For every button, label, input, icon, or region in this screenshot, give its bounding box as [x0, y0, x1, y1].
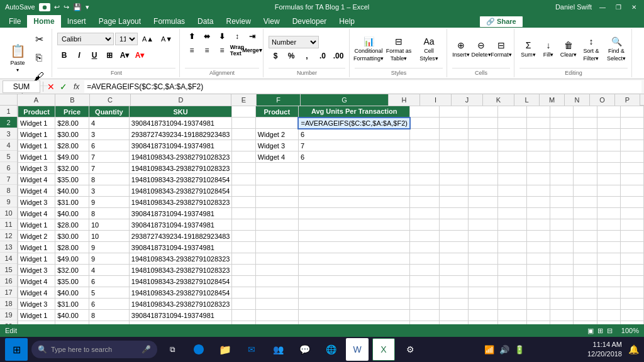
- col-header-J[interactable]: J: [452, 94, 483, 106]
- save-icon[interactable]: 💾: [73, 3, 82, 11]
- cell-G4[interactable]: 7: [298, 140, 409, 151]
- notification-btn[interactable]: 🔔: [628, 344, 639, 354]
- mail-icon[interactable]: ✉: [240, 338, 263, 361]
- cell-O3[interactable]: [597, 129, 620, 140]
- col-header-D[interactable]: D: [131, 94, 231, 106]
- cell-K5[interactable]: [497, 151, 526, 163]
- col-header-E[interactable]: E: [231, 94, 257, 106]
- align-middle-btn[interactable]: ⬌: [200, 30, 214, 43]
- formula-confirm-btn[interactable]: ✓: [58, 82, 69, 92]
- cell-B1[interactable]: Price: [55, 106, 89, 118]
- minimize-btn[interactable]: —: [597, 4, 608, 11]
- paste-btn[interactable]: 📋 Paste ▾: [6, 41, 29, 74]
- cell-L2[interactable]: [526, 118, 550, 129]
- corner-cell[interactable]: [0, 94, 18, 105]
- file-explorer-icon[interactable]: 📁: [214, 338, 236, 361]
- align-bottom-btn[interactable]: ⬇: [215, 30, 229, 43]
- cell-J1[interactable]: [469, 106, 497, 118]
- browser-icon[interactable]: 🌐: [319, 338, 342, 361]
- row-header-8[interactable]: 8: [0, 185, 17, 196]
- cell-F4[interactable]: Widget 3: [255, 140, 298, 151]
- start-btn[interactable]: ⊞: [5, 338, 28, 361]
- row-header-4[interactable]: 4: [0, 140, 17, 151]
- row-header-11[interactable]: 11: [0, 219, 17, 230]
- cell-A2[interactable]: Widget 1: [18, 118, 55, 129]
- sort-filter-btn[interactable]: ↕ Sort & Filter▾: [580, 33, 602, 65]
- cell-C5[interactable]: 7: [89, 151, 129, 163]
- col-header-O[interactable]: O: [590, 94, 615, 106]
- col-header-M[interactable]: M: [540, 94, 565, 106]
- excel-icon[interactable]: X: [372, 338, 395, 361]
- share-button[interactable]: 🔗 Share: [479, 16, 523, 28]
- cell-B4[interactable]: $28.00: [55, 140, 89, 151]
- border-btn[interactable]: ⊞: [103, 49, 116, 62]
- cell-D3[interactable]: 2938727439234-191882923483: [129, 129, 232, 140]
- row-header-2[interactable]: 2: [0, 117, 17, 128]
- bold-btn[interactable]: B: [57, 49, 71, 62]
- teams-icon[interactable]: 👥: [267, 338, 289, 361]
- delete-cells-btn[interactable]: ⊖ Delete▾: [472, 33, 490, 65]
- cell-E4[interactable]: [232, 140, 255, 151]
- cell-B3[interactable]: $30.00: [55, 129, 89, 140]
- quick-access-down[interactable]: ▾: [86, 3, 89, 11]
- col-header-A[interactable]: A: [18, 94, 55, 106]
- tab-help[interactable]: Help: [333, 15, 361, 28]
- currency-btn[interactable]: $: [269, 50, 282, 62]
- spreadsheet-grid[interactable]: Product Price Quantity SKU Product Avg U…: [18, 106, 644, 344]
- underline-btn[interactable]: U: [87, 49, 101, 62]
- col-header-F[interactable]: F: [257, 94, 301, 106]
- row-header-15[interactable]: 15: [0, 264, 17, 275]
- cell-reference-box[interactable]: [3, 80, 40, 93]
- row-header-12[interactable]: 12: [0, 230, 17, 241]
- cell-A4[interactable]: Widget 1: [18, 140, 55, 151]
- align-left-btn[interactable]: ≡: [185, 44, 199, 57]
- increase-font-btn[interactable]: A▲: [139, 30, 157, 48]
- fill-color-btn[interactable]: A▾: [118, 49, 131, 62]
- cell-D4[interactable]: 3908418731094-19374981: [129, 140, 232, 151]
- cell-H2[interactable]: [410, 118, 439, 129]
- number-format-select[interactable]: Number: [269, 36, 319, 48]
- formula-cancel-btn[interactable]: ✕: [46, 82, 56, 92]
- edge-icon[interactable]: [187, 338, 210, 361]
- cell-A3[interactable]: Widget 1: [18, 129, 55, 140]
- format-cells-btn[interactable]: ⊟ Format▾: [492, 33, 510, 65]
- col-header-H[interactable]: H: [389, 94, 420, 106]
- cell-K2[interactable]: [497, 118, 526, 129]
- fill-btn[interactable]: ↓ Fill▾: [540, 33, 557, 65]
- cell-J3[interactable]: [469, 129, 497, 140]
- autosave-toggle[interactable]: ⏺: [39, 3, 50, 11]
- cell-J5[interactable]: [469, 151, 497, 163]
- tab-review[interactable]: Review: [219, 15, 257, 28]
- tab-view[interactable]: View: [257, 15, 286, 28]
- conditional-formatting-btn[interactable]: 📊 Conditional Formatting▾: [355, 33, 382, 65]
- cell-N3[interactable]: [574, 129, 597, 140]
- tab-file[interactable]: File: [3, 15, 27, 28]
- cell-I5[interactable]: [439, 151, 468, 163]
- merge-btn[interactable]: Merge▾: [245, 44, 259, 57]
- cell-A5[interactable]: Widget 1: [18, 151, 55, 163]
- col-header-C[interactable]: C: [90, 94, 131, 106]
- cell-C1[interactable]: Quantity: [89, 106, 129, 118]
- cell-P3[interactable]: [620, 129, 643, 140]
- align-right-btn[interactable]: ≡: [215, 44, 229, 57]
- view-normal-btn[interactable]: ▣: [587, 327, 594, 335]
- autosum-btn[interactable]: Σ Sum▾: [519, 33, 537, 65]
- insert-cells-btn[interactable]: ⊕ Insert▾: [452, 33, 470, 65]
- row-header-5[interactable]: 5: [0, 151, 17, 162]
- cell-D2[interactable]: 3908418731094-19374981: [129, 118, 232, 129]
- row-header-17[interactable]: 17: [0, 287, 17, 298]
- row-header-16[interactable]: 16: [0, 275, 17, 287]
- cell-D1[interactable]: SKU: [129, 106, 232, 118]
- row-header-18[interactable]: 18: [0, 298, 17, 309]
- text-direction-btn[interactable]: ↕: [230, 30, 244, 43]
- comma-btn[interactable]: ,: [300, 50, 314, 62]
- cell-N1[interactable]: [574, 106, 597, 118]
- redo-icon[interactable]: ↪: [64, 3, 69, 11]
- row-header-7[interactable]: 7: [0, 173, 17, 185]
- cell-O2[interactable]: [597, 118, 620, 129]
- decrease-font-btn[interactable]: A▼: [158, 30, 175, 48]
- cell-N2[interactable]: [574, 118, 597, 129]
- word-icon[interactable]: W: [346, 338, 369, 361]
- skype-icon[interactable]: 💬: [293, 338, 316, 361]
- cell-F5[interactable]: Widget 4: [255, 151, 298, 163]
